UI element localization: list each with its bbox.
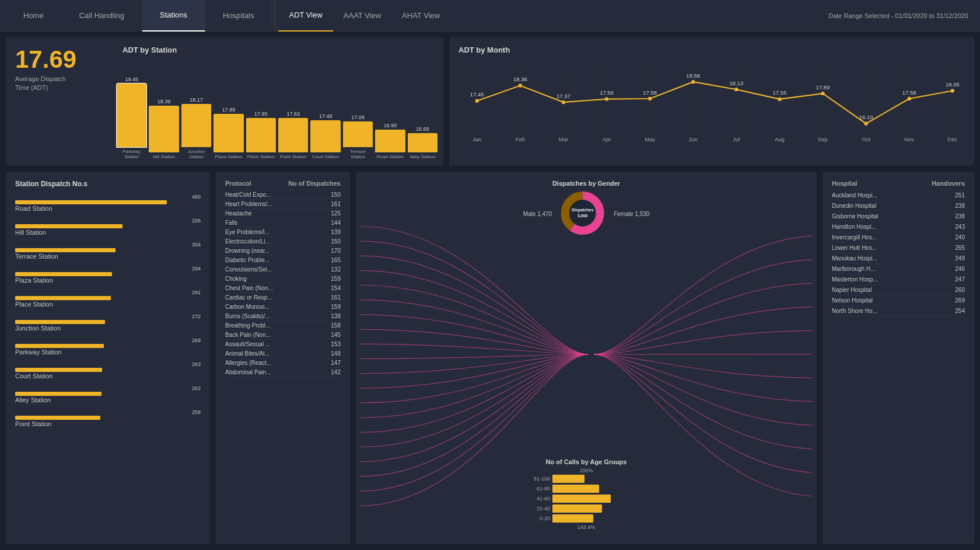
age-bar-row: 61-80 <box>528 485 645 493</box>
protocol-count: 158 <box>331 322 341 329</box>
station-bar-row: 294Plaza Station <box>15 266 201 284</box>
nav-tab-call-handling[interactable]: Call Handling <box>62 0 142 32</box>
protocol-row: Heart Problems/...161 <box>225 200 341 209</box>
protocol-row: Breathing Probl...158 <box>225 321 341 330</box>
svg-point-30 <box>734 88 738 91</box>
station-bars-container: 460Road Station326Hill Station304Terrace… <box>15 194 201 427</box>
adt-bar-col: 17.89Plaza Station <box>214 107 243 160</box>
hospital-name: Marlborough H... <box>832 266 875 272</box>
station-bar-row: 262Alley Station <box>15 385 201 403</box>
hospital-col1: Hospital <box>832 180 857 187</box>
svg-point-15 <box>519 83 522 87</box>
svg-text:16.10: 16.10 <box>859 114 873 120</box>
station-bar-num-top: 269 <box>15 337 201 343</box>
protocol-count: 145 <box>331 332 341 338</box>
view-tab-aaat[interactable]: AAAT View <box>333 0 391 32</box>
female-label: Female 1,530 <box>614 211 649 217</box>
protocol-card: Protocol No of Dispatches Heat/Cold Expo… <box>216 172 350 544</box>
adt-bar-col: 19.45Parkway Station <box>117 76 146 160</box>
protocol-name: Drowning (near... <box>225 248 270 254</box>
hospital-name: Gisborne Hospital <box>832 213 878 220</box>
view-tab-adt[interactable]: ADT View <box>278 0 332 32</box>
protocol-name: Heat/Cold Expo... <box>225 192 271 198</box>
nav-tab-home[interactable]: Home <box>6 0 62 32</box>
svg-text:Apr: Apr <box>603 136 612 142</box>
protocol-row: Electrocution/Li...150 <box>225 237 341 246</box>
svg-text:17.45: 17.45 <box>470 91 484 98</box>
bar-label: Terrace Station <box>343 149 373 160</box>
svg-text:Oct: Oct <box>862 136 870 142</box>
protocol-count: 144 <box>331 220 341 226</box>
age-bar-fill <box>552 504 602 513</box>
protocol-count: 161 <box>331 294 341 301</box>
protocol-name: Headache <box>225 210 252 217</box>
station-name-label: Hill Station <box>15 229 201 236</box>
bar-rect <box>375 130 405 152</box>
svg-text:18.13: 18.13 <box>729 80 743 86</box>
station-bar-track <box>15 344 201 348</box>
station-bar-fill <box>15 200 167 204</box>
station-bar-num-top: 272 <box>15 314 201 319</box>
age-bar-row: 0-20 <box>528 514 645 523</box>
protocol-count: 150 <box>331 192 341 198</box>
protocol-count: 147 <box>331 360 341 366</box>
protocol-header: Protocol No of Dispatches <box>225 180 341 187</box>
svg-point-27 <box>691 80 695 83</box>
bar-label: Plaza Station <box>215 154 242 160</box>
bar-value: 17.09 <box>351 114 365 120</box>
protocol-count: 165 <box>331 257 341 263</box>
protocol-count: 159 <box>331 304 341 310</box>
protocol-row: Choking159 <box>225 274 341 284</box>
protocol-count: 150 <box>331 238 341 245</box>
hospital-count: 251 <box>955 192 965 199</box>
nav-divider <box>275 0 275 32</box>
age-bar-row: 41-60 <box>528 495 645 503</box>
station-bar-fill <box>15 368 102 372</box>
protocol-count: 159 <box>331 276 341 282</box>
hospital-col2: Handovers <box>932 180 965 187</box>
svg-point-12 <box>475 99 479 103</box>
protocol-row: Chest Pain (Non...154 <box>225 284 341 293</box>
station-bar-num-top: 294 <box>15 266 201 271</box>
svg-text:17.56: 17.56 <box>600 89 614 96</box>
svg-point-50 <box>570 200 596 226</box>
station-bar-num-top: 304 <box>15 242 201 248</box>
station-name-label: Alley Station <box>15 396 201 403</box>
hospital-row: Nelson Hospital269 <box>832 295 965 306</box>
station-bar-fill <box>15 320 105 324</box>
protocol-name: Carbon Monoxi... <box>225 304 270 310</box>
nav-tab-stations[interactable]: Stations <box>142 0 205 32</box>
view-tab-ahat[interactable]: AHAT View <box>391 0 450 32</box>
hospital-name: Lower Hutt Hos... <box>832 245 877 251</box>
protocol-count: 153 <box>331 341 341 347</box>
svg-point-39 <box>864 122 867 126</box>
protocol-row: Abdominal Pain...142 <box>225 368 341 377</box>
svg-text:Jun: Jun <box>689 136 698 142</box>
station-name-label: Point Station <box>15 420 201 427</box>
bar-value: 18.17 <box>190 97 203 103</box>
station-dispatch-card: Station Dispatch No.s 460Road Station326… <box>6 172 210 544</box>
station-bar-row: 460Road Station <box>15 194 201 212</box>
protocol-name: Allergies (React... <box>225 360 271 366</box>
station-bar-fill <box>15 248 116 252</box>
age-bar-fill <box>552 475 584 483</box>
svg-text:17.58: 17.58 <box>902 89 916 96</box>
hospital-count: 243 <box>955 224 965 230</box>
nav-tab-hospitals[interactable]: Hospitals <box>205 0 272 32</box>
protocol-count: 170 <box>331 248 341 254</box>
hospital-rows-container: Auckland Hospi...251Dunedin Hospital238G… <box>832 190 965 316</box>
adt-station-card: 17.69 Average Dispatch Time (ADT) ADT by… <box>6 37 443 166</box>
bar-rect <box>246 118 276 152</box>
donut-area: Male 1,470 Dispatches 3,000 <box>523 187 650 241</box>
protocol-name: Eye Problems/l... <box>225 229 270 235</box>
svg-text:17.89: 17.89 <box>816 84 830 90</box>
station-bar-track <box>15 416 201 420</box>
hospital-name: Napier Hospital <box>832 287 872 293</box>
station-bar-track <box>15 272 201 276</box>
age-bar-fill <box>552 485 599 493</box>
station-bar-num-top: 259 <box>15 409 201 415</box>
station-bar-track <box>15 248 201 252</box>
station-bar-row: 263Court Station <box>15 361 201 380</box>
protocol-count: 139 <box>331 229 341 235</box>
age-range-label: 61-80 <box>528 486 550 492</box>
